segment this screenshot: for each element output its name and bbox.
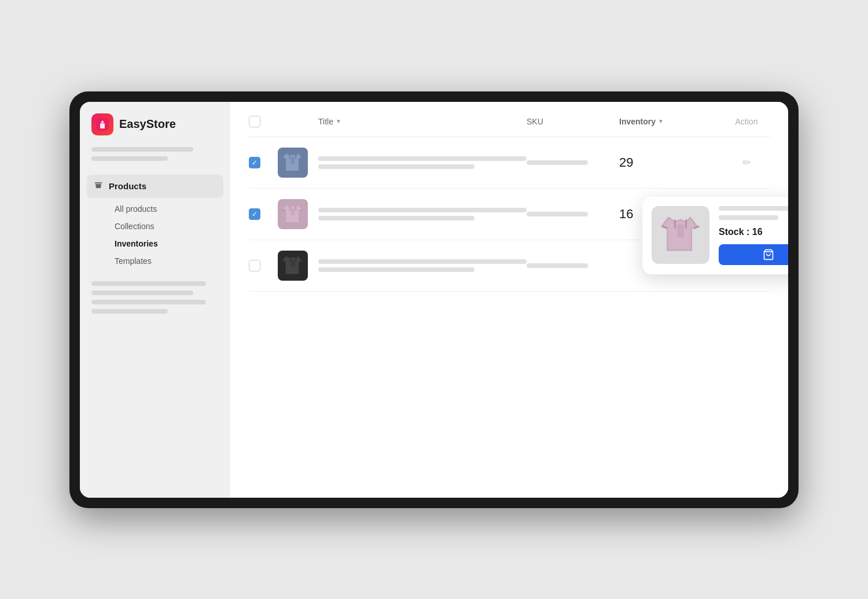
skeleton-line (91, 300, 206, 304)
sidebar-skeleton-top (80, 147, 230, 166)
checkbox-2[interactable]: ✓ (249, 208, 260, 220)
row-sku-3 (527, 263, 619, 268)
table-row: ✓ (249, 137, 770, 189)
sku-skeleton (527, 212, 588, 216)
row-inventory-1: 29 (619, 155, 723, 170)
row-title-3 (318, 259, 527, 272)
sidebar-item-inventories[interactable]: Inventories (108, 235, 223, 252)
row-action-1: ✏ (723, 156, 770, 169)
svg-rect-1 (100, 123, 105, 128)
skeleton-line (91, 291, 193, 295)
main-content: Title ▼ SKU Inventory ▼ Action (230, 102, 788, 498)
logo-icon (91, 113, 113, 135)
svg-rect-3 (291, 208, 295, 215)
svg-rect-2 (291, 156, 295, 164)
logo-area: EasyStore (80, 113, 230, 147)
title-skeleton (318, 156, 527, 161)
row-sku-2 (527, 212, 619, 216)
header-inventory[interactable]: Inventory ▼ (619, 117, 723, 126)
nav-products-label: Products (109, 181, 146, 191)
tooltip-info: Stock : 16 (719, 206, 788, 265)
row-img-2 (278, 199, 318, 229)
table-row: ✓ (249, 189, 770, 240)
header-action: Action (723, 117, 770, 126)
checkbox-1[interactable]: ✓ (249, 157, 260, 168)
title-skeleton-2 (318, 164, 475, 169)
checkbox-3[interactable] (249, 260, 260, 271)
sidebar: EasyStore Products All produ (80, 102, 230, 498)
title-skeleton-2 (318, 216, 475, 221)
stock-text: Stock : 16 (719, 227, 788, 237)
header-title[interactable]: Title ▼ (318, 117, 527, 126)
inventory-tooltip: Stock : 16 (642, 197, 788, 274)
edit-icon-1[interactable]: ✏ (742, 156, 751, 169)
sku-skeleton (527, 263, 588, 268)
skeleton-line (91, 147, 193, 152)
header-checkbox-cell (249, 116, 278, 127)
nav-section: Products All products Collections Invent… (80, 175, 230, 272)
svg-rect-6 (291, 259, 295, 267)
row-checkbox-3[interactable] (249, 260, 278, 271)
device-frame: EasyStore Products All produ (69, 91, 799, 508)
skeleton-line (91, 156, 168, 161)
sidebar-item-templates[interactable]: Templates (108, 252, 223, 270)
row-img-3 (278, 251, 318, 281)
row-checkbox-1[interactable]: ✓ (249, 157, 278, 168)
select-all-checkbox[interactable] (249, 116, 260, 127)
sku-skeleton (527, 160, 588, 165)
row-title-2 (318, 208, 527, 221)
nav-products[interactable]: Products (87, 175, 223, 198)
products-icon (94, 181, 103, 192)
tooltip-product-image (652, 206, 709, 264)
row-sku-1 (527, 160, 619, 165)
row-img-1 (278, 148, 318, 178)
skeleton-line (91, 281, 206, 286)
inventory-sort-icon: ▼ (658, 118, 664, 124)
brand-name: EasyStore (119, 117, 176, 131)
row-checkbox-2[interactable]: ✓ (249, 208, 278, 220)
tooltip-skeleton-2 (719, 215, 778, 220)
skeleton-line (91, 309, 168, 314)
add-to-cart-button[interactable] (719, 244, 788, 265)
product-thumbnail-2 (278, 199, 308, 229)
sidebar-item-all-products[interactable]: All products (108, 200, 223, 218)
header-sku: SKU (527, 117, 619, 126)
row-title-1 (318, 156, 527, 169)
svg-rect-4 (677, 224, 683, 237)
device-screen: EasyStore Products All produ (80, 102, 788, 498)
sidebar-skeleton-bottom (80, 281, 230, 318)
tooltip-skeleton (719, 206, 788, 211)
title-skeleton (318, 208, 527, 212)
table-header: Title ▼ SKU Inventory ▼ Action (249, 116, 770, 137)
sidebar-item-collections[interactable]: Collections (108, 218, 223, 235)
title-skeleton-2 (318, 267, 475, 272)
title-sort-icon: ▼ (336, 118, 341, 124)
cart-icon (763, 249, 774, 260)
table-container: Title ▼ SKU Inventory ▼ Action (249, 116, 770, 292)
product-thumbnail-3 (278, 251, 308, 281)
title-skeleton (318, 259, 527, 264)
nav-sub-items: All products Collections Inventories Tem… (87, 198, 223, 272)
product-thumbnail-1 (278, 148, 308, 178)
